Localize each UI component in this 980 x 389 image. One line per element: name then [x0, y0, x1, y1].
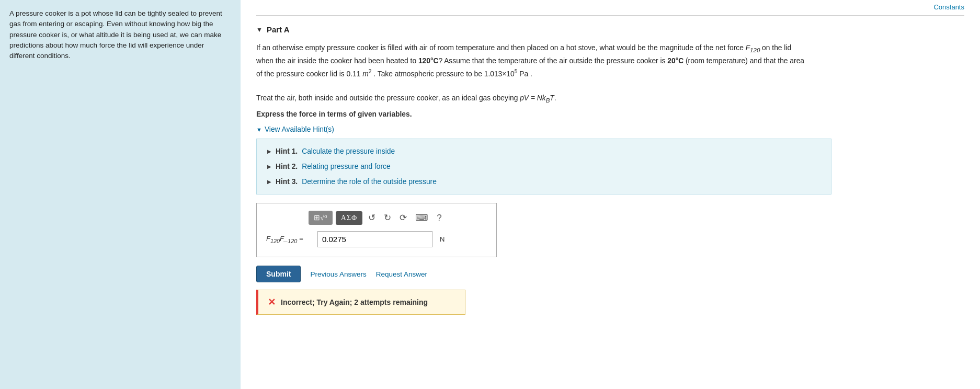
submit-row: Submit Previous Answers Request Answer — [256, 266, 964, 282]
temp1: 120°C — [418, 57, 439, 65]
help-button[interactable]: ? — [434, 212, 444, 224]
problem-text-6: . — [528, 70, 532, 78]
previous-answers-link[interactable]: Previous Answers — [310, 270, 366, 278]
f-label: F120 — [746, 44, 760, 52]
constants-link[interactable]: Constants — [256, 0, 964, 15]
sidebar: A pressure cooker is a pot whose lid can… — [0, 0, 241, 389]
hint-2-row[interactable]: ▶ Hint 2. Relating pressure and force — [267, 163, 821, 170]
problem-text-block: If an otherwise empty pressure cooker is… — [256, 42, 805, 105]
redo-button[interactable]: ↻ — [381, 211, 394, 224]
previous-answers-label: Previous Answers — [310, 270, 366, 278]
undo-icon: ↺ — [368, 213, 375, 223]
problem-text-5: . Take atmospheric pressure to be 1.013×… — [372, 70, 515, 78]
refresh-button[interactable]: ⟳ — [397, 211, 409, 224]
pressure-unit: Pa — [517, 70, 528, 78]
request-answer-label: Request Answer — [376, 270, 427, 278]
answer-row: F120F_120 = N — [266, 231, 487, 247]
keyboard-button[interactable]: ⌨ — [413, 211, 431, 224]
main-content: Constants ▼ Part A If an otherwise empty… — [241, 0, 980, 389]
refresh-icon: ⟳ — [400, 213, 407, 223]
help-icon: ? — [437, 213, 441, 223]
constants-label: Constants — [933, 3, 964, 11]
hint-1-arrow-icon: ▶ — [267, 148, 271, 154]
view-hints-label: View Available Hint(s) — [265, 125, 334, 133]
hint-2-bold: Hint 2. — [276, 163, 298, 170]
ideal-gas-prefix: Treat the air, both inside and outside t… — [256, 94, 520, 102]
express-line: Express the force in terms of given vari… — [256, 110, 964, 118]
undo-button[interactable]: ↺ — [366, 211, 378, 224]
view-hints-toggle[interactable]: ▼ View Available Hint(s) — [256, 125, 964, 133]
part-a-label: Part A — [267, 25, 290, 34]
incorrect-icon: ✕ — [268, 296, 276, 308]
hints-arrow-icon: ▼ — [256, 127, 262, 133]
matrix-button[interactable]: ⊞√ᵅ — [309, 211, 333, 225]
unit-label: N — [440, 235, 445, 243]
hint-3-bold: Hint 3. — [276, 178, 298, 186]
incorrect-banner: ✕ Incorrect; Try Again; 2 attempts remai… — [256, 290, 465, 315]
hint-3-link[interactable]: Determine the role of the outside pressu… — [302, 178, 437, 186]
part-a-header: ▼ Part A — [256, 25, 964, 34]
redo-icon: ↻ — [384, 213, 391, 223]
divider — [256, 15, 964, 16]
toolbar-row: ⊞√ᵅ ΑΣΦ ↺ ↻ ⟳ ⌨ ? — [266, 211, 487, 225]
ideal-gas-suffix: . — [554, 94, 556, 102]
matrix-icon: ⊞√ᵅ — [314, 214, 327, 222]
answer-label: F120F_120 = — [266, 235, 313, 244]
problem-text-1: If an otherwise empty pressure cooker is… — [256, 44, 746, 52]
ideal-gas-formula: pV = NkBT — [520, 94, 554, 102]
hint-2-link[interactable]: Relating pressure and force — [302, 163, 391, 170]
request-answer-link[interactable]: Request Answer — [376, 270, 427, 278]
hint-2-arrow-icon: ▶ — [267, 164, 271, 169]
part-a-arrow-icon: ▼ — [256, 26, 263, 33]
hint-3-arrow-icon: ▶ — [267, 179, 271, 185]
temp2: 20°C — [667, 57, 683, 65]
answer-area: ⊞√ᵅ ΑΣΦ ↺ ↻ ⟳ ⌨ ? F120F_120 = — [256, 203, 497, 257]
submit-label: Submit — [266, 270, 291, 278]
greek-button[interactable]: ΑΣΦ — [336, 211, 363, 225]
hint-1-link[interactable]: Calculate the pressure inside — [302, 147, 395, 155]
incorrect-message: Incorrect; Try Again; 2 attempts remaini… — [281, 298, 428, 306]
hint-3-row[interactable]: ▶ Hint 3. Determine the role of the outs… — [267, 178, 821, 186]
submit-button[interactable]: Submit — [256, 266, 301, 282]
hints-box: ▶ Hint 1. Calculate the pressure inside … — [256, 139, 831, 194]
keyboard-icon: ⌨ — [415, 213, 428, 223]
greek-label: ΑΣΦ — [341, 214, 358, 222]
hint-1-bold: Hint 1. — [276, 147, 298, 155]
hint-1-row[interactable]: ▶ Hint 1. Calculate the pressure inside — [267, 147, 821, 155]
problem-text-3: ? Assume that the temperature of the air… — [438, 57, 667, 65]
sidebar-description: A pressure cooker is a pot whose lid can… — [9, 8, 231, 61]
area-unit: m2 — [362, 70, 371, 78]
answer-input[interactable] — [317, 231, 432, 247]
